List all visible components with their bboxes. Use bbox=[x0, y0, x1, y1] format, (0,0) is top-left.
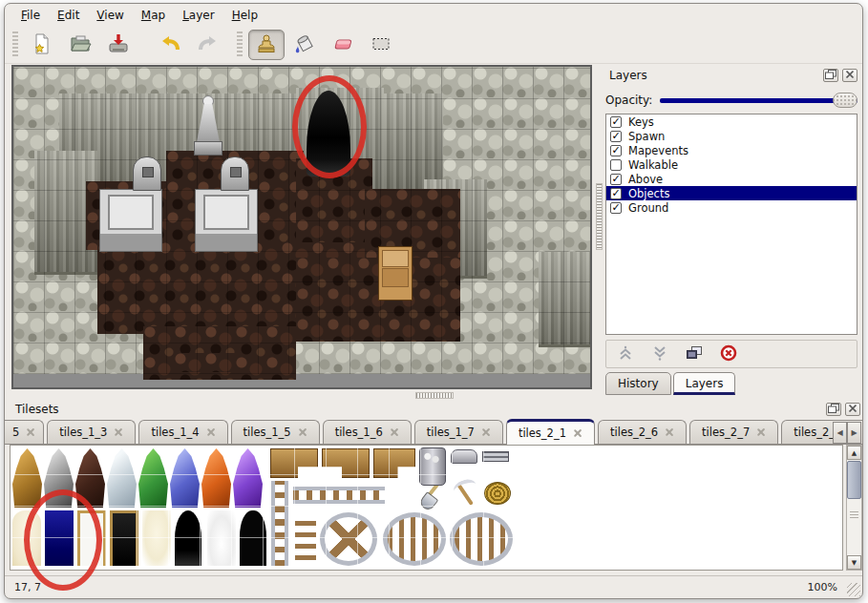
tileset-tab-tiles_1_5[interactable]: tiles_1_5 bbox=[231, 420, 320, 444]
menu-edit[interactable]: Edit bbox=[49, 6, 88, 25]
tile-dark-doorway[interactable] bbox=[110, 510, 138, 566]
layer-row-keys[interactable]: ✓Keys bbox=[606, 114, 857, 129]
tileset-tab-tiles_2_1[interactable]: tiles_2_1 bbox=[506, 419, 595, 445]
tile-skull-barrel[interactable] bbox=[419, 447, 446, 486]
tab-close-icon[interactable] bbox=[665, 427, 674, 437]
scroll-down-button[interactable]: ▼ bbox=[847, 555, 861, 570]
eraser-tool-button[interactable] bbox=[325, 30, 361, 60]
tile-rail-ties[interactable] bbox=[295, 516, 316, 560]
dock-tab-layers[interactable]: Layers bbox=[673, 372, 736, 395]
tab-close-icon[interactable] bbox=[573, 428, 582, 438]
tab-close-icon[interactable] bbox=[298, 427, 307, 437]
layer-row-above[interactable]: ✓Above bbox=[606, 172, 857, 186]
tab-scroll-right-button[interactable]: ▶ bbox=[847, 422, 861, 444]
tab-close-icon[interactable] bbox=[756, 427, 766, 437]
tileset-vscroll-thumb[interactable] bbox=[847, 461, 861, 499]
tileset-tab-tiles_1_3[interactable]: tiles_1_3 bbox=[47, 420, 136, 444]
tile-gold-ore-rock[interactable] bbox=[12, 448, 42, 508]
layer-checkbox[interactable]: ✓ bbox=[610, 145, 622, 156]
tile-cream-glow[interactable] bbox=[142, 510, 171, 566]
close-tilesets-button[interactable] bbox=[845, 403, 860, 416]
opacity-slider[interactable] bbox=[660, 93, 857, 108]
menu-file[interactable]: File bbox=[12, 6, 49, 25]
map-canvas[interactable] bbox=[11, 65, 592, 389]
menu-layer[interactable]: Layer bbox=[174, 6, 222, 25]
tile-metal-bars[interactable] bbox=[482, 451, 509, 462]
map-hscroll-thumb[interactable] bbox=[415, 392, 454, 399]
layer-checkbox[interactable]: ✓ bbox=[610, 116, 622, 128]
layer-row-objects[interactable]: ✓Objects bbox=[606, 186, 857, 200]
tile-rail-vertical[interactable] bbox=[271, 481, 288, 538]
dock-tab-history[interactable]: History bbox=[605, 372, 671, 395]
fill-tool-button[interactable] bbox=[286, 30, 323, 60]
tileset-tab-tiles_1_4[interactable]: tiles_1_4 bbox=[138, 420, 227, 444]
map-vscroll-thumb[interactable] bbox=[596, 183, 603, 250]
tileset-content[interactable] bbox=[10, 445, 843, 571]
scroll-up-button[interactable]: ▲ bbox=[847, 446, 861, 460]
tile-black-arch[interactable] bbox=[240, 510, 266, 566]
tileset-tab-tiles_1_7[interactable]: tiles_1_7 bbox=[414, 420, 503, 444]
redo-button[interactable] bbox=[190, 30, 226, 60]
tab-close-icon[interactable] bbox=[481, 427, 491, 437]
tileset-tab-tiles_2_6[interactable]: tiles_2_6 bbox=[598, 420, 687, 444]
raise-layer-button[interactable] bbox=[614, 343, 637, 364]
tile-orange-crystal[interactable] bbox=[201, 448, 231, 508]
tab-close-icon[interactable] bbox=[114, 427, 123, 437]
tile-rope-coil[interactable] bbox=[484, 482, 511, 505]
toolbar-grip-2[interactable] bbox=[237, 31, 243, 58]
tab-scroll-left-button[interactable]: ◀ bbox=[833, 422, 847, 444]
toolbar-grip[interactable] bbox=[12, 31, 18, 58]
close-panel-button[interactable] bbox=[842, 69, 857, 82]
tab-close-icon[interactable] bbox=[390, 427, 399, 437]
float-tilesets-button[interactable] bbox=[826, 403, 841, 416]
tile-rail-curve-ring-a[interactable] bbox=[383, 512, 446, 566]
undo-button[interactable] bbox=[152, 30, 188, 60]
delete-layer-button[interactable] bbox=[717, 343, 740, 364]
layer-row-ground[interactable]: ✓Ground bbox=[606, 200, 857, 215]
select-tool-button[interactable] bbox=[363, 30, 399, 60]
layer-checkbox[interactable]: ✓ bbox=[610, 174, 622, 185]
float-panel-button[interactable] bbox=[823, 69, 838, 82]
new-button[interactable] bbox=[24, 30, 60, 60]
layer-list[interactable]: ✓Keys✓Spawn✓MapeventsWalkable✓Above✓Obje… bbox=[605, 114, 857, 335]
menu-map[interactable]: Map bbox=[133, 6, 174, 25]
tile-wood-platform-a[interactable] bbox=[270, 448, 318, 478]
tile-wood-platform-c[interactable] bbox=[373, 448, 415, 478]
tileset-tab-tiles_2_7[interactable]: tiles_2_7 bbox=[689, 420, 778, 444]
tile-wood-platform-b[interactable] bbox=[322, 448, 370, 478]
open-button[interactable] bbox=[62, 30, 98, 60]
layer-row-mapevents[interactable]: ✓Mapevents bbox=[606, 143, 857, 157]
tab-close-icon[interactable] bbox=[206, 427, 216, 437]
tile-rail-cross-wheel[interactable] bbox=[320, 512, 377, 566]
layer-row-spawn[interactable]: ✓Spawn bbox=[606, 129, 857, 143]
tile-stone-pillar-cap[interactable] bbox=[451, 449, 477, 464]
save-button[interactable] bbox=[100, 30, 137, 60]
tab-close-icon[interactable] bbox=[26, 427, 35, 437]
tile-rail-horizontal[interactable] bbox=[293, 487, 385, 504]
tile-pickaxe[interactable] bbox=[451, 480, 479, 509]
opacity-slider-handle[interactable] bbox=[833, 93, 857, 108]
map-horizontal-scrollbar[interactable] bbox=[13, 392, 590, 399]
opacity-slider-track[interactable] bbox=[660, 98, 857, 103]
layer-checkbox[interactable]: ✓ bbox=[610, 188, 622, 199]
layer-checkbox[interactable] bbox=[610, 159, 622, 171]
duplicate-layer-button[interactable] bbox=[683, 343, 706, 364]
tile-white-glow[interactable] bbox=[207, 510, 236, 566]
menu-help[interactable]: Help bbox=[223, 6, 266, 25]
tile-blue-crystal[interactable] bbox=[170, 448, 200, 508]
stamp-tool-button[interactable] bbox=[248, 30, 285, 60]
tile-rail-curve-ring-b[interactable] bbox=[450, 512, 513, 566]
layer-checkbox[interactable]: ✓ bbox=[610, 131, 622, 142]
tileset-tab-5[interactable]: 5 bbox=[5, 420, 44, 444]
resize-grip[interactable] bbox=[847, 583, 860, 596]
tile-green-crystal[interactable] bbox=[138, 448, 168, 508]
tileset-tab-tiles_1_6[interactable]: tiles_1_6 bbox=[323, 420, 412, 444]
tileset-vertical-scrollbar[interactable]: ▲ ▼ bbox=[846, 445, 862, 571]
tile-purple-crystal[interactable] bbox=[233, 448, 263, 508]
layer-checkbox[interactable]: ✓ bbox=[610, 202, 622, 214]
menu-view[interactable]: View bbox=[88, 6, 132, 25]
map-vertical-scrollbar[interactable] bbox=[596, 67, 603, 387]
layer-row-walkable[interactable]: Walkable bbox=[606, 157, 857, 172]
lower-layer-button[interactable] bbox=[648, 343, 671, 364]
tile-snow-rock[interactable] bbox=[107, 448, 137, 508]
